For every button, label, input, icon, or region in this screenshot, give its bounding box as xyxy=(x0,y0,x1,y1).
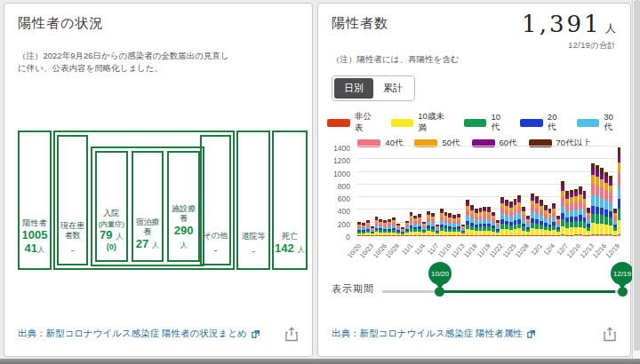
bar-segment xyxy=(517,228,521,234)
bar-segment xyxy=(531,212,534,218)
legend-item[interactable]: 非公表 xyxy=(327,111,380,134)
y-tick-label: 1400 xyxy=(333,144,350,153)
legend-color-marker xyxy=(577,119,600,127)
tab-daily[interactable]: 日別 xyxy=(334,78,373,99)
scrollbar[interactable] xyxy=(632,0,640,364)
bar xyxy=(540,200,543,235)
legend-item[interactable]: 10歳未満 xyxy=(391,111,452,134)
bar-segment xyxy=(517,207,521,213)
legend-item[interactable]: 30代 xyxy=(577,111,621,134)
slider-start-balloon: 10/20 xyxy=(428,262,452,285)
bar-segment xyxy=(565,211,569,218)
bar-segment xyxy=(561,219,564,226)
flow-label: 退院等 xyxy=(238,232,268,242)
flow-label: 宿泊療養 xyxy=(133,218,163,238)
y-tick-label: 0 xyxy=(346,233,350,241)
bar-segment xyxy=(570,235,573,236)
bar-segment xyxy=(574,234,578,235)
bar-segment xyxy=(596,207,599,215)
bar-segment xyxy=(600,208,604,215)
bar xyxy=(371,226,374,235)
x-tick-label: 12/19 xyxy=(604,241,621,259)
right-source-link[interactable]: 出典：新型コロナウイルス感染症 陽性者属性 xyxy=(332,328,536,340)
bar xyxy=(366,220,370,235)
legend-label: 10歳未満 xyxy=(418,111,452,134)
bar-segment xyxy=(596,165,599,171)
panel-positive-count: 陽性者数 1,391 人 12/19の合計 （注）陽性者には、再陽性を含む 日別… xyxy=(317,3,631,357)
bar-segment xyxy=(618,186,621,199)
y-axis-labels: 0200400600800100012001400 xyxy=(324,142,354,241)
tab-cumulative[interactable]: 累計 xyxy=(373,78,412,99)
legend-color-marker xyxy=(391,119,414,127)
flow-box-discharged: 退院等 - xyxy=(236,131,270,270)
y-tick-label: 800 xyxy=(338,182,350,191)
bar xyxy=(522,207,525,235)
flow-box-current-group: 現在患者数 - 入院 (内重症) 79 人 (0) 宿泊療養 27 人 xyxy=(53,131,235,270)
bar-segment xyxy=(596,186,599,197)
bar-segment xyxy=(583,228,587,235)
bar xyxy=(600,168,604,235)
bar xyxy=(596,165,599,235)
stacked-bar-chart[interactable] xyxy=(357,147,620,236)
bar-segment xyxy=(574,210,578,216)
bar xyxy=(483,207,486,235)
bar xyxy=(556,216,560,235)
bar-segment xyxy=(531,205,534,212)
total-count-value: 1,391 xyxy=(522,11,601,37)
bar xyxy=(579,186,582,235)
bar-segment xyxy=(604,183,608,191)
bar-segment xyxy=(609,211,612,218)
flow-box-positive: 陽性者 100541人 xyxy=(18,131,52,270)
bar xyxy=(574,189,578,235)
flow-box-current-patients: 現在患者数 - xyxy=(57,135,88,265)
left-source-label: 出典：新型コロナウイルス感染症 陽性者の状況まとめ xyxy=(18,328,247,340)
bar xyxy=(570,190,573,235)
bar-segment xyxy=(609,202,612,210)
flow-value: 79 人 xyxy=(97,229,126,242)
slider-end-handle[interactable] xyxy=(618,287,628,297)
bar-segment xyxy=(618,220,621,234)
legend-item[interactable]: 10代 xyxy=(464,111,508,134)
bar-segment xyxy=(591,163,595,170)
bar-segment xyxy=(591,175,595,184)
total-count-caption: 12/19の合計 xyxy=(522,40,616,51)
scrollbar-thumb[interactable] xyxy=(634,0,640,351)
bar xyxy=(396,224,400,235)
legend-item[interactable]: 20代 xyxy=(520,111,564,134)
bar-segment xyxy=(609,226,612,235)
bar-segment xyxy=(565,228,569,235)
date-range-slider[interactable]: 10/20 12/19 xyxy=(382,290,624,293)
flow-label: 現在患者数 xyxy=(59,221,86,241)
bar-segment xyxy=(579,227,582,235)
bar-segment xyxy=(596,214,599,223)
share-button[interactable] xyxy=(602,326,618,342)
bar-segment xyxy=(531,228,534,235)
bar xyxy=(427,211,430,235)
bar-segment xyxy=(514,229,517,235)
share-button[interactable] xyxy=(284,326,300,342)
share-icon xyxy=(284,326,300,342)
bar xyxy=(548,209,552,235)
right-panel-note: （注）陽性者には、再陽性を含む xyxy=(332,53,554,66)
bar-segment xyxy=(591,206,595,214)
bar-segment xyxy=(618,173,621,187)
total-count-block: 1,391 人 12/19の合計 xyxy=(522,11,616,51)
bar xyxy=(383,220,387,235)
bar-segment xyxy=(561,234,564,235)
bar-segment xyxy=(591,234,595,235)
bar-segment xyxy=(561,226,564,235)
bar-segment xyxy=(561,206,564,214)
bar xyxy=(379,219,382,236)
window-bottom-edge xyxy=(0,359,640,364)
slider-start-handle[interactable] xyxy=(435,287,444,297)
bar-segment xyxy=(565,204,569,211)
flow-box-facility-care: 施設療養 290 人 xyxy=(167,151,200,262)
bar-segment xyxy=(604,201,608,210)
panel-positive-status: 陽性者の状況 （注）2022年9月26日からの感染者の全数届出の見直しに伴い、公… xyxy=(4,3,313,357)
y-tick-label: 600 xyxy=(338,194,350,203)
left-source-link[interactable]: 出典：新型コロナウイルス感染症 陽性者の状況まとめ xyxy=(18,328,260,340)
bar xyxy=(410,212,413,235)
share-icon xyxy=(602,326,618,342)
flow-box-hotel-care: 宿泊療養 27 人 xyxy=(132,151,164,262)
bar-segment xyxy=(618,234,621,235)
